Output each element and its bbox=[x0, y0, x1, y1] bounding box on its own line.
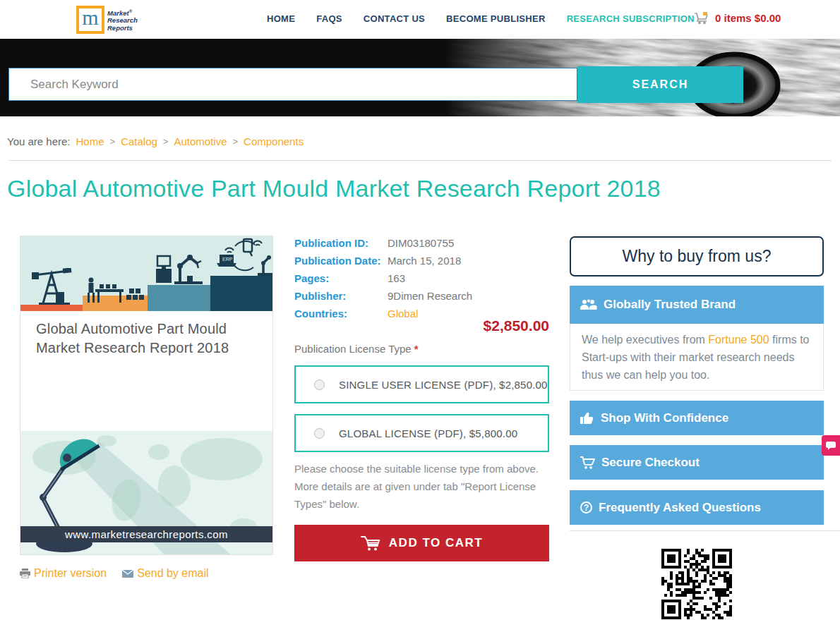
radio-single-user[interactable] bbox=[314, 379, 325, 390]
nav-become-publisher[interactable]: BECOME PUBLISHER bbox=[446, 13, 546, 24]
section-divider bbox=[570, 530, 840, 531]
detail-row-publication-date: Publication Date: March 15, 2018 bbox=[294, 255, 549, 272]
license-type-label: Publication License Type * bbox=[294, 343, 419, 355]
publication-details: Publication ID: DIM03180755 Publication … bbox=[294, 237, 549, 325]
main-nav: HOME FAQS CONTACT US BECOME PUBLISHER RE… bbox=[267, 13, 695, 24]
logo-wordmark: Market® Research Reports bbox=[107, 8, 138, 32]
radio-global[interactable] bbox=[314, 428, 325, 439]
trusted-brand-description: We help executives from Fortune 500 firm… bbox=[570, 324, 824, 391]
required-asterisk: * bbox=[414, 343, 419, 355]
sidebar-item-secure-checkout[interactable]: Secure Checkout bbox=[570, 445, 824, 480]
send-by-email-link[interactable]: Send by email bbox=[122, 567, 208, 580]
license-option-global[interactable]: GLOBAL LICENSE (PDF), $5,800.00 bbox=[294, 414, 549, 452]
logo-m-letter: m bbox=[82, 7, 98, 28]
cover-step-3 bbox=[148, 285, 210, 311]
breadcrumb-separator: > bbox=[232, 136, 238, 147]
sidebar-item-shop-with-confidence[interactable]: Shop With Confidence bbox=[570, 401, 824, 435]
users-icon bbox=[580, 299, 597, 311]
breadcrumb: You are here: Home > Catalog > Automotiv… bbox=[7, 135, 304, 147]
add-to-cart-icon bbox=[361, 535, 380, 551]
sidebar-item-globally-trusted[interactable]: Globally Trusted Brand bbox=[570, 286, 824, 324]
nav-faqs[interactable]: FAQS bbox=[316, 13, 342, 24]
registered-mark: ® bbox=[129, 9, 132, 13]
thumbs-up-icon bbox=[580, 411, 594, 425]
license-option-single-user[interactable]: SINGLE USER LICENSE (PDF), $2,850.00 bbox=[294, 365, 549, 403]
header-cart[interactable]: 0 items $0.00 bbox=[694, 11, 781, 25]
breadcrumb-prefix: You are here: bbox=[7, 135, 71, 147]
header-divider bbox=[8, 160, 832, 161]
top-header: m Market® Research Reports HOME FAQS CON… bbox=[0, 0, 840, 39]
breadcrumb-automotive[interactable]: Automotive bbox=[174, 135, 227, 147]
cover-step-1 bbox=[20, 305, 83, 311]
question-icon: ? bbox=[580, 502, 592, 513]
detail-row-pages: Pages: 163 bbox=[294, 272, 549, 290]
cover-step-4 bbox=[210, 276, 273, 311]
oil-pump-icon bbox=[30, 268, 76, 305]
why-buy-heading: Why to buy from us? bbox=[570, 236, 824, 276]
live-chat-tab[interactable] bbox=[822, 435, 840, 456]
price: $2,850.00 bbox=[294, 317, 549, 334]
detail-row-publisher: Publisher: 9Dimen Research bbox=[294, 290, 549, 308]
qr-code bbox=[659, 547, 734, 620]
site-logo[interactable]: m Market® Research Reports bbox=[76, 5, 143, 35]
nav-contact-us[interactable]: CONTACT US bbox=[364, 13, 425, 24]
add-to-cart-button[interactable]: ADD TO CART bbox=[294, 525, 549, 561]
search-input[interactable] bbox=[8, 68, 577, 101]
cover-title: Global Automotive Part Mould Market Rese… bbox=[36, 320, 229, 358]
printer-version-link[interactable]: Printer version bbox=[20, 567, 107, 580]
nav-home[interactable]: HOME bbox=[267, 13, 295, 24]
breadcrumb-separator: > bbox=[163, 136, 169, 147]
chat-bubble-icon bbox=[826, 442, 836, 450]
checkout-cart-icon bbox=[580, 456, 595, 469]
cover-title-band: Global Automotive Part Mould Market Rese… bbox=[20, 311, 272, 431]
cart-icon bbox=[694, 11, 711, 25]
email-icon bbox=[122, 570, 133, 578]
smart-factory-icon: ERP bbox=[217, 238, 273, 277]
nav-research-subscription[interactable]: RESEARCH SUBSCRIPTION bbox=[567, 13, 695, 24]
cart-summary: 0 items $0.00 bbox=[715, 12, 781, 24]
license-note: Please choose the suitable license type … bbox=[294, 460, 549, 513]
sidebar-item-faq[interactable]: ? Frequently Asked Questions bbox=[570, 490, 824, 525]
logo-monogram-box: m bbox=[76, 6, 104, 34]
cover-website-url: www.marketresearchreports.com bbox=[20, 526, 272, 542]
fortune-500-link[interactable]: Fortune 500 bbox=[708, 334, 769, 346]
page-title: Global Automotive Part Mould Market Rese… bbox=[7, 175, 784, 202]
breadcrumb-home[interactable]: Home bbox=[76, 135, 104, 147]
hero-banner: SEARCH bbox=[0, 39, 840, 116]
svg-text:ERP: ERP bbox=[222, 257, 233, 262]
printer-icon bbox=[20, 569, 30, 578]
robot-arm-icon bbox=[156, 250, 203, 286]
breadcrumb-components[interactable]: Components bbox=[244, 135, 304, 147]
page-actions: Printer version Send by email bbox=[20, 567, 209, 580]
report-cover-image: ERP Global Automotive Part Mould Market … bbox=[20, 236, 273, 555]
breadcrumb-separator: > bbox=[110, 136, 116, 147]
assembly-line-icon bbox=[85, 277, 145, 304]
search-button[interactable]: SEARCH bbox=[577, 66, 743, 103]
detail-row-publication-id: Publication ID: DIM03180755 bbox=[294, 237, 549, 255]
breadcrumb-catalog[interactable]: Catalog bbox=[121, 135, 157, 147]
cover-illustration: ERP bbox=[20, 236, 272, 311]
cover-map-section: www.marketresearchreports.com bbox=[20, 431, 272, 555]
product-page: m Market® Research Reports HOME FAQS CON… bbox=[0, 0, 840, 620]
